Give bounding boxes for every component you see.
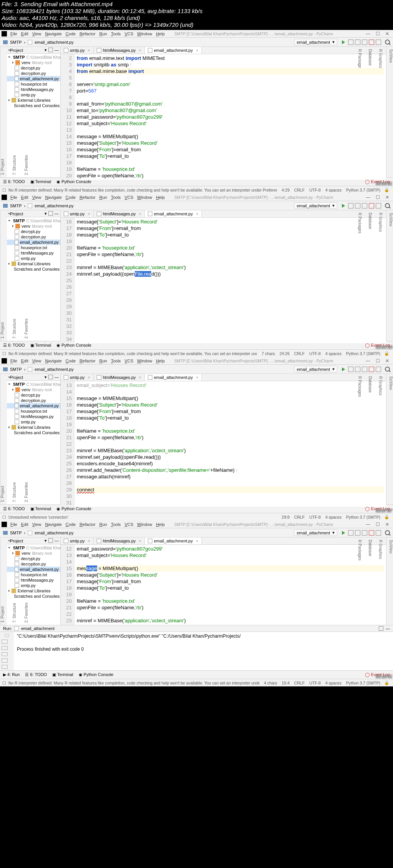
coverage-button[interactable] (355, 40, 360, 45)
window-controls[interactable]: —☐✕ (362, 195, 393, 200)
folder-icon (3, 40, 8, 44)
run-button[interactable] (342, 40, 345, 44)
app-icon (2, 31, 7, 36)
profile-button[interactable] (362, 40, 367, 45)
breadcrumb[interactable]: SMTP›email_attachment.py (0, 40, 74, 45)
run-config-selector[interactable]: email_attachment▾ (294, 39, 337, 45)
menu-bar[interactable]: FileEditViewNavigateCodeRefactorRunTools… (8, 522, 167, 527)
video-timestamp: 00:00:51 (376, 181, 392, 186)
gear-icon[interactable] (48, 48, 53, 52)
code-editor[interactable]: 13141516171819202122232425262728293031 e… (61, 381, 386, 507)
window-titlebar: FileEditViewNavigateCodeRefactorRunTools… (0, 193, 393, 201)
frame-2: FileEditViewNavigateCodeRefactorRunTools… (0, 193, 393, 357)
window-titlebar: FileEditViewNavigateCodeRefactorRunTools… (0, 30, 393, 38)
video-metadata: File: 3. Sending Email with Attachment.m… (0, 0, 393, 30)
code-editor[interactable]: 234567891011121314151617181920 from emai… (61, 54, 386, 180)
run-tool-window[interactable]: Run:email_attachment— "C:\Users\Bilal Kh… (0, 625, 393, 670)
right-tool-strip[interactable]: SciViewR GraphicsDatabaseR Packages (386, 47, 393, 177)
vcs-button[interactable] (376, 40, 381, 45)
run-side-toolbar[interactable] (0, 632, 14, 670)
toolbar: SMTP›email_attachment.py email_attachmen… (0, 38, 393, 47)
breadcrumb[interactable]: SMTP›email_attachment.py (0, 203, 74, 208)
stop-button[interactable] (369, 40, 374, 45)
window-controls[interactable]: —☐✕ (362, 31, 393, 36)
window-title: SMTP [C:\Users\Bilal Khan\PycharmProject… (174, 195, 362, 200)
code-editor[interactable]: 16171819202122232425262728293031323334 m… (61, 218, 386, 343)
frame-4: FileEditViewNavigateCodeRefactorRunTools… (0, 521, 393, 686)
frame-3: FileEditViewNavigateCodeRefactorRunTools… (0, 357, 393, 521)
run-output[interactable]: "C:\Users\Bilal Khan\PycharmProjects\SMT… (14, 632, 393, 670)
run-button[interactable] (342, 204, 345, 208)
menu-bar[interactable]: FileEditViewNavigateCodeRefactorRunTools… (8, 31, 167, 36)
app-icon (2, 195, 7, 200)
window-title: SMTP [C:\Users\Bilal Khan\PycharmProject… (174, 31, 362, 36)
run-config-selector[interactable]: email_attachment▾ (294, 202, 337, 209)
code-editor[interactable]: 121314151617181920212223 email_password=… (61, 545, 386, 625)
search-icon[interactable] (385, 203, 390, 208)
editor-tabs[interactable]: smtp.py×htmlMessages.py×email_attachment… (61, 47, 386, 54)
status-bar: ☐No R interpreter defined: Many R relate… (0, 186, 393, 193)
gear-icon[interactable] (379, 626, 383, 631)
frame-1: FileEditViewNavigateCodeRefactorRunTools… (0, 30, 393, 193)
py-file-icon (28, 40, 32, 45)
editor-tabs[interactable]: smtp.py×htmlMessages.py×email_attachment… (61, 210, 386, 218)
menu-bar[interactable]: FileEditViewNavigateCodeRefactorRunTools… (8, 195, 167, 200)
debug-button[interactable] (348, 40, 353, 45)
left-tool-strip[interactable]: 1: Project7: Structure2: Favorites (0, 47, 7, 177)
menu-bar[interactable]: FileEditViewNavigateCodeRefactorRunTools… (8, 359, 167, 363)
search-icon[interactable] (385, 40, 390, 45)
